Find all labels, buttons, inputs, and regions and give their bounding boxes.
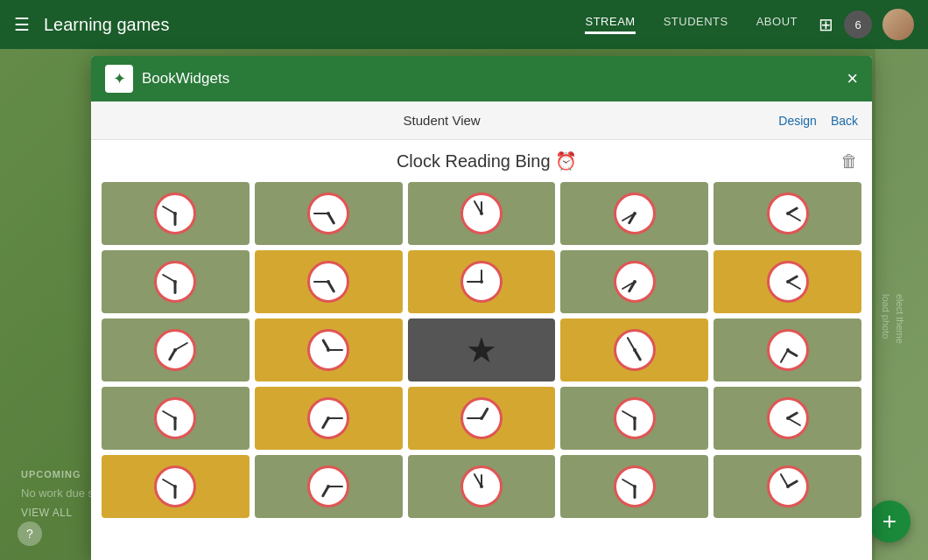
clock-minute-hand bbox=[622, 410, 636, 419]
clock-hour-hand bbox=[634, 418, 636, 430]
nav-students[interactable]: STUDENTS bbox=[664, 15, 728, 34]
bingo-cell[interactable] bbox=[102, 250, 250, 313]
nav-stream[interactable]: STREAM bbox=[585, 15, 635, 34]
modal-subheader: Student View Design Back bbox=[91, 102, 872, 140]
clock-face bbox=[614, 261, 656, 303]
clock-face bbox=[614, 397, 656, 439]
clock-hour-hand bbox=[327, 213, 335, 224]
clock-hour-hand bbox=[481, 474, 483, 486]
clock-minute-hand bbox=[779, 473, 788, 487]
bingo-cell[interactable] bbox=[102, 182, 250, 245]
clock-face bbox=[154, 192, 196, 234]
clock-face bbox=[154, 329, 196, 371]
top-nav: ☰ Learning games STREAM STUDENTS ABOUT ⊞… bbox=[0, 0, 928, 49]
bingo-cell[interactable]: ★ bbox=[408, 318, 556, 382]
clock-hour-hand bbox=[321, 417, 329, 429]
bingo-cell[interactable] bbox=[560, 250, 708, 313]
bingo-cell[interactable] bbox=[255, 318, 403, 382]
clock-emoji: ⏰ bbox=[555, 151, 577, 171]
student-view-label: Student View bbox=[105, 113, 778, 128]
clock-face bbox=[614, 329, 656, 371]
bingo-cell[interactable] bbox=[408, 182, 556, 245]
bingo-cell[interactable] bbox=[714, 387, 861, 450]
clock-hour-hand bbox=[787, 411, 798, 419]
clock-minute-hand bbox=[328, 349, 343, 351]
clock-minute-hand bbox=[467, 417, 482, 419]
clock-face bbox=[154, 466, 196, 508]
clock-hour-hand bbox=[481, 201, 483, 214]
clock-minute-hand bbox=[162, 479, 176, 487]
widget-title: Clock Reading Bing ⏰ bbox=[133, 150, 840, 172]
clock-minute-hand bbox=[779, 350, 788, 364]
bingo-cell[interactable] bbox=[408, 250, 556, 313]
clock-face bbox=[460, 192, 503, 234]
clock-hour-hand bbox=[168, 349, 176, 360]
bingo-cell[interactable] bbox=[714, 318, 861, 382]
clock-hour-hand bbox=[174, 282, 177, 294]
clock-face bbox=[307, 192, 349, 234]
clock-hour-hand bbox=[634, 349, 642, 360]
bingo-cell[interactable] bbox=[255, 250, 403, 313]
design-button[interactable]: Design bbox=[778, 114, 817, 128]
bookwidgets-modal: ✦ BookWidgets × Student View Design Back… bbox=[91, 56, 872, 560]
bingo-cell[interactable] bbox=[255, 182, 403, 245]
bingo-cell[interactable] bbox=[102, 318, 250, 382]
clock-minute-hand bbox=[162, 274, 176, 283]
bw-logo-icon: ✦ bbox=[113, 69, 126, 88]
trash-icon[interactable]: 🗑 bbox=[840, 151, 858, 172]
clock-face bbox=[460, 466, 503, 508]
clock-hour-hand bbox=[787, 206, 798, 214]
back-button[interactable]: Back bbox=[831, 114, 858, 128]
bingo-cell[interactable] bbox=[102, 455, 250, 518]
clock-face bbox=[307, 261, 349, 303]
bingo-cell[interactable] bbox=[408, 387, 556, 450]
clock-minute-hand bbox=[328, 486, 343, 487]
user-avatar[interactable] bbox=[882, 9, 914, 40]
clock-face bbox=[154, 397, 196, 439]
clock-hour-hand bbox=[174, 418, 177, 430]
bingo-cell[interactable] bbox=[560, 318, 708, 382]
clock-minute-hand bbox=[787, 281, 801, 290]
clock-hour-hand bbox=[787, 349, 798, 357]
clock-minute-hand bbox=[622, 479, 636, 487]
help-button[interactable]: ? bbox=[18, 522, 42, 546]
clock-face bbox=[154, 261, 196, 303]
nav-icons: ⊞ 6 bbox=[819, 9, 914, 40]
bingo-cell[interactable] bbox=[560, 387, 708, 450]
clock-hour-hand bbox=[174, 486, 177, 499]
modal-brand-name: BookWidgets bbox=[142, 70, 847, 88]
apps-icon[interactable]: ⊞ bbox=[819, 14, 833, 35]
clock-minute-hand bbox=[162, 410, 176, 419]
bingo-cell[interactable] bbox=[102, 387, 250, 450]
bingo-cell[interactable] bbox=[714, 182, 861, 245]
modal-close-button[interactable]: × bbox=[847, 69, 858, 88]
clock-hour-hand bbox=[321, 486, 329, 497]
nav-links: STREAM STUDENTS ABOUT bbox=[585, 15, 798, 34]
modal-overlay: ✦ BookWidgets × Student View Design Back… bbox=[88, 49, 875, 560]
clock-face bbox=[767, 329, 809, 371]
clock-minute-hand bbox=[328, 417, 343, 419]
clock-minute-hand bbox=[787, 417, 801, 426]
notification-badge[interactable]: 6 bbox=[844, 10, 872, 38]
clock-minute-hand bbox=[313, 281, 328, 283]
clock-hour-hand bbox=[174, 214, 177, 226]
modal-header: ✦ BookWidgets × bbox=[91, 56, 872, 102]
bingo-cell[interactable] bbox=[255, 455, 403, 518]
bingo-cell[interactable] bbox=[714, 455, 861, 518]
clock-hour-hand bbox=[787, 275, 798, 283]
clock-hour-hand bbox=[481, 270, 483, 282]
bingo-cell[interactable] bbox=[714, 250, 861, 313]
widget-title-row: Clock Reading Bing ⏰ 🗑 bbox=[91, 140, 872, 178]
bingo-cell[interactable] bbox=[560, 455, 708, 518]
bingo-cell[interactable] bbox=[255, 387, 403, 450]
clock-face bbox=[460, 397, 503, 439]
clock-face bbox=[460, 261, 503, 303]
bingo-container: ★ bbox=[91, 178, 872, 560]
nav-about[interactable]: ABOUT bbox=[756, 15, 798, 34]
clock-face bbox=[767, 466, 809, 508]
bingo-cell[interactable] bbox=[560, 182, 708, 245]
clock-minute-hand bbox=[175, 342, 189, 351]
clock-face bbox=[307, 466, 349, 508]
hamburger-icon[interactable]: ☰ bbox=[14, 14, 30, 35]
bingo-cell[interactable] bbox=[408, 455, 556, 518]
